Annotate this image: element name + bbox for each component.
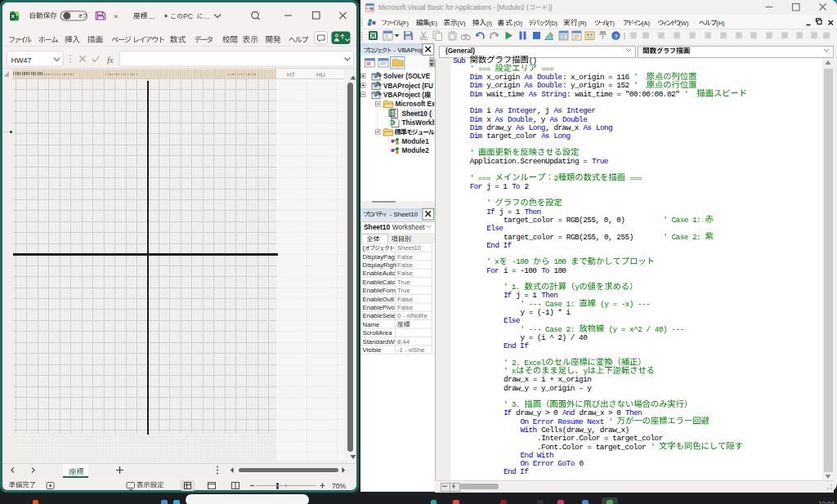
svg-text:Dim: Dim: [470, 132, 483, 140]
svg-text:target_color = RGB(255, 0, 0): target_color = RGB(255, 0, 0): [504, 216, 625, 225]
svg-text:: wait_time = "00:00:00.02": : wait_time = "00:00:00.02": [566, 90, 680, 99]
svg-text:If: If: [504, 408, 512, 417]
svg-text:String: String: [541, 90, 566, 99]
svg-text:Microsoft Exc: Microsoft Exc: [396, 100, 440, 108]
svg-text:)]: )]: [548, 4, 553, 11]
svg-text:StandardW: StandardW: [363, 338, 396, 346]
svg-text:End If: End If: [486, 241, 512, 250]
svg-text:0 - xlNoRe: 0 - xlNoRe: [397, 312, 427, 319]
svg-text:Long: Long: [554, 132, 571, 140]
svg-text:»: »: [114, 12, 118, 20]
svg-text:(y = -x) ---: (y = -x) ---: [600, 300, 651, 309]
svg-text:Then: Then: [625, 408, 642, 417]
svg-text:(O): (O): [513, 20, 522, 27]
svg-text:y = (i ^ 2) / 40: y = (i ^ 2) / 40: [521, 333, 589, 342]
svg-text:- VBAProje: - VBAProje: [394, 47, 427, 54]
svg-text:As: As: [584, 123, 592, 132]
svg-text:For: For: [470, 182, 482, 191]
svg-text:': ': [684, 90, 689, 99]
svg-text:': ': [651, 443, 656, 452]
svg-text:ScrollArea: ScrollArea: [363, 329, 393, 337]
svg-text:As: As: [541, 132, 549, 140]
svg-text:False: False: [397, 296, 413, 303]
svg-text:EnableForn: EnableForn: [363, 287, 396, 294]
svg-text:…: …: [148, 12, 155, 20]
svg-text:(E): (E): [429, 20, 437, 27]
svg-text:y = (-1) * i: y = (-1) * i: [521, 308, 571, 317]
svg-text:(F): (F): [401, 20, 409, 27]
svg-text:VBAProject (FU: VBAProject (FU: [383, 83, 433, 90]
svg-text:draw_y = y_origin - y: draw_y = y_origin - y: [504, 384, 592, 393]
svg-text:False: False: [397, 304, 413, 311]
svg-text:(): (): [529, 56, 537, 65]
svg-text:2: 2: [554, 174, 559, 183]
svg-text:End If: End If: [504, 467, 529, 476]
svg-text:…: …: [204, 12, 211, 20]
svg-text:(I): (I): [486, 20, 492, 27]
svg-text:(W): (W): [679, 20, 689, 27]
svg-text:2: 2: [525, 182, 530, 191]
svg-text:Module1: Module1: [402, 138, 430, 145]
svg-text:(General): (General): [445, 47, 475, 55]
svg-text:' Case 2:: ' Case 2:: [663, 233, 700, 242]
svg-text:(H): (H): [716, 20, 724, 27]
svg-text:j = 1: j = 1: [486, 182, 508, 191]
svg-text:False: False: [397, 270, 413, 277]
svg-text:If: If: [486, 207, 495, 216]
svg-text:True: True: [397, 279, 410, 286]
svg-text:(D): (D): [549, 20, 557, 27]
svg-text:' Case 1:: ' Case 1:: [663, 216, 700, 225]
svg-text:Application.ScreenUpdating =: Application.ScreenUpdating =: [470, 157, 588, 166]
svg-text:VBAProject (: VBAProject (: [383, 91, 424, 99]
svg-text:False: False: [397, 261, 413, 269]
svg-text:ThisWorkb: ThisWorkb: [402, 119, 436, 127]
svg-text:To: To: [541, 266, 550, 275]
svg-text:(: (: [363, 244, 365, 252]
svg-text:HW47: HW47: [11, 56, 32, 65]
svg-text:(A): (A): [642, 20, 650, 27]
svg-text:(T): (T): [607, 20, 615, 27]
svg-text:0: 0: [580, 459, 584, 468]
svg-text:HU: HU: [316, 71, 325, 78]
svg-text:EnableCalc: EnableCalc: [363, 279, 396, 286]
svg-text:Microsoft Visual Basic for App: Microsoft Visual Basic for Applications …: [378, 4, 529, 11]
svg-text:- Sheet10: - Sheet10: [390, 211, 418, 218]
svg-text:Visible: Visible: [363, 346, 382, 354]
svg-text:False: False: [397, 253, 413, 261]
svg-text:Sheet10: Sheet10: [364, 223, 390, 231]
svg-text:Else: Else: [504, 316, 521, 325]
svg-text:Worksheet: Worksheet: [392, 223, 426, 231]
svg-text:(V): (V): [458, 20, 466, 27]
svg-text:To: To: [512, 182, 521, 191]
svg-text:Sub: Sub: [453, 56, 465, 65]
svg-text:For: For: [486, 266, 499, 275]
svg-text:Sheet10: Sheet10: [397, 244, 422, 252]
svg-text:EnablePivo: EnablePivo: [363, 304, 396, 311]
svg-text:10:04: 10:04: [818, 500, 835, 504]
svg-text:target_color: target_color: [486, 132, 537, 140]
svg-text:Dim: Dim: [470, 90, 483, 99]
svg-text:(R): (R): [578, 20, 586, 27]
svg-text:70%: 70%: [332, 482, 347, 490]
svg-text:-1 - xlShe: -1 - xlShe: [397, 346, 424, 354]
svg-text:wait_time: wait_time: [486, 90, 525, 99]
svg-text:Long: Long: [596, 123, 613, 132]
svg-text:True: True: [592, 157, 609, 166]
svg-text:Solver (SOLVE: Solver (SOLVE: [383, 73, 431, 80]
svg-text:Else: Else: [486, 224, 504, 233]
svg-text:Sheet10 (: Sheet10 (: [402, 110, 432, 118]
svg-text:fx: fx: [107, 56, 114, 65]
svg-text:EnableAutc: EnableAutc: [363, 270, 396, 277]
svg-text:100: 100: [554, 266, 567, 275]
svg-text:8.44: 8.44: [397, 338, 410, 346]
svg-text:True: True: [397, 287, 410, 294]
svg-text:EnableSele: EnableSele: [363, 312, 396, 319]
svg-text:PC: PC: [183, 12, 193, 20]
svg-text:Name: Name: [363, 321, 380, 328]
svg-text:With: With: [521, 426, 538, 435]
svg-text:EnableOutl: EnableOutl: [363, 296, 395, 303]
svg-text:y: y: [575, 283, 580, 292]
svg-text:If: If: [504, 291, 512, 300]
svg-text:End If: End If: [504, 341, 529, 350]
svg-text:As: As: [529, 90, 537, 99]
